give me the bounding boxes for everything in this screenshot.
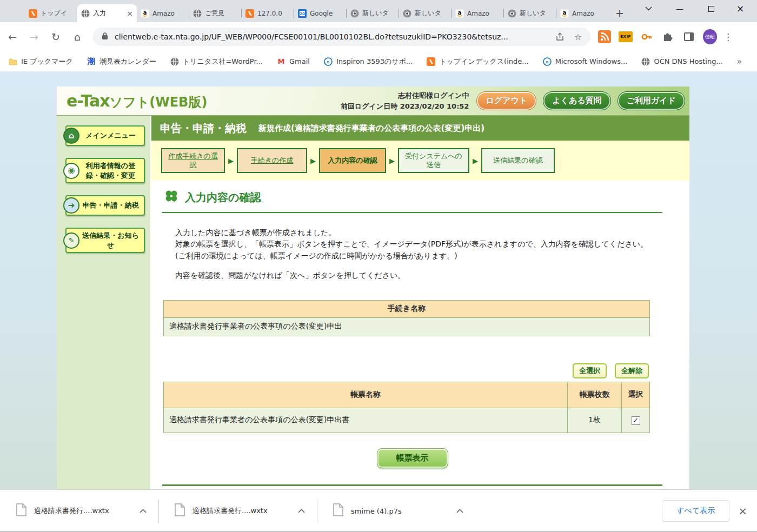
form-name-cell: 適格請求書発行事業者の公表事項の公表(変更)申出書 xyxy=(164,408,568,433)
download-filename: 適格請求書発行....wxtx xyxy=(34,506,109,516)
browser-tab[interactable]: 20 Google xyxy=(294,4,347,22)
home-icon: ⌂ xyxy=(63,128,79,144)
bookmark-star-icon[interactable]: ☆ xyxy=(572,32,584,42)
bookmark-item[interactable]: トリニタス社=WordPr... xyxy=(170,57,263,66)
file-icon xyxy=(333,503,343,518)
show-form-button[interactable]: 帳票表示 xyxy=(377,448,448,468)
chevron-up-icon[interactable] xyxy=(456,509,463,513)
file-icon xyxy=(16,503,26,518)
select-all-button[interactable]: 全選択 xyxy=(573,363,607,378)
etax-main: 申告・申請・納税 新規作成(適格請求書発行事業者の公表事項の公表(変更)申出) … xyxy=(150,116,689,489)
chevron-up-icon[interactable] xyxy=(140,509,147,513)
url-text[interactable]: clientweb.e-tax.nta.go.jp/UF_WEB/WP000/F… xyxy=(115,32,547,41)
browser-tab[interactable]: 新しいタ xyxy=(347,4,399,22)
sidebar-item-user-info[interactable]: ◉ 利用者情報の登録・確認・変更 xyxy=(65,158,145,183)
instructions-text: 入力した内容に基づき帳票が作成されました。 対象の帳票を選択し、「帳票表示」ボタ… xyxy=(175,227,662,262)
procedure-table-header: 手続き名称 xyxy=(164,300,650,317)
gmail-icon: M xyxy=(277,57,285,66)
amazon-icon: a xyxy=(455,9,464,18)
etax-logo: e-Taxソフト(WEB版) xyxy=(67,91,207,111)
chrome-icon xyxy=(403,9,411,18)
sidebar-item-main-menu[interactable]: ⌂ メインメニュー xyxy=(65,125,145,146)
page-heading: 入力内容の確認 xyxy=(162,189,662,213)
bookmark-item[interactable]: IE ブックマーク xyxy=(9,57,73,66)
bookmarks-bar: IE ブックマーク 潮 潮見表カレンダー トリニタス社=WordPr... M … xyxy=(0,51,757,72)
step-select-procedure[interactable]: 作成手続きの選択 xyxy=(161,148,225,173)
globe-icon xyxy=(193,9,202,18)
close-download-bar-icon[interactable]: × xyxy=(738,504,747,517)
progress-steps: 作成手続きの選択 ▶ 手続きの作成 ▶ 入力内容の確認 ▶ 受付システムへの送信… xyxy=(151,141,689,181)
bookmark-item[interactable]: D Inspiron 3593のサポ... xyxy=(324,57,413,66)
globe-icon xyxy=(81,9,90,18)
form-table: 帳票名称 帳票枚数 選択 適格請求書発行事業者の公表事項の公表(変更)申出書 1… xyxy=(163,382,650,433)
browser-tab[interactable]: ご意見 xyxy=(189,4,242,22)
rss-icon[interactable] xyxy=(597,30,612,44)
browser-tab[interactable]: a Amazo xyxy=(451,4,504,22)
extensions-puzzle-icon[interactable] xyxy=(661,30,675,44)
folder-icon xyxy=(9,57,17,66)
bookmark-item[interactable]: トップインデックス(inde... xyxy=(427,57,528,66)
step-check-result: 送信結果の確認 xyxy=(481,148,555,173)
address-bar[interactable]: clientweb.e-tax.nta.go.jp/UF_WEB/WP000/F… xyxy=(93,28,590,46)
download-filename: 適格請求書発行....wxtx xyxy=(192,506,268,516)
window-chevron-icon[interactable] xyxy=(636,0,661,17)
bookmarks-overflow-icon[interactable]: » xyxy=(737,57,742,66)
download-item[interactable]: 適格請求書発行....wxtx xyxy=(158,490,317,532)
exif-extension-icon[interactable]: EXIF xyxy=(619,30,633,44)
reload-icon[interactable]: ↻ xyxy=(47,28,65,46)
bookmark-item[interactable]: D Microsoft Windows... xyxy=(543,57,628,66)
bookmark-item[interactable]: OCN DNS Hosting... xyxy=(641,57,722,66)
results-icon: ✎ xyxy=(63,232,79,249)
tab-close-icon[interactable]: × xyxy=(127,9,133,18)
browser-tab-active[interactable]: 入力 × xyxy=(77,4,137,22)
page-viewport: e-Taxソフト(WEB版) 志村佳昭様ログイン中 前回ログイン日時 2023/… xyxy=(0,72,757,489)
sidebar-item-filing[interactable]: ➜ 申告・申請・納税 xyxy=(65,195,145,216)
page-title: 入力内容の確認 xyxy=(185,190,261,205)
chevron-up-icon[interactable] xyxy=(298,509,305,513)
user-info-icon: ◉ xyxy=(63,163,79,179)
guide-button[interactable]: ご利用ガイド xyxy=(617,91,685,110)
profile-avatar[interactable]: 佳昭 xyxy=(703,30,717,44)
browser-tab[interactable]: a Amazo xyxy=(137,4,189,22)
dell-icon: D xyxy=(324,57,333,66)
clear-all-button[interactable]: 全解除 xyxy=(615,363,649,378)
home-icon[interactable]: ⌂ xyxy=(68,28,87,46)
etax-app: e-Taxソフト(WEB版) 志村佳昭様ログイン中 前回ログイン日時 2023/… xyxy=(57,87,689,489)
step-create-procedure[interactable]: 手続きの作成 xyxy=(237,148,307,173)
browser-tab[interactable]: 127.0.0 xyxy=(242,4,294,22)
sidebar-item-results[interactable]: ✎ 送信結果・お知らせ xyxy=(65,228,145,253)
back-icon[interactable]: ← xyxy=(3,28,22,46)
show-all-downloads-button[interactable]: すべて表示 xyxy=(662,500,729,522)
etax-header: e-Taxソフト(WEB版) 志村佳昭様ログイン中 前回ログイン日時 2023/… xyxy=(57,87,689,116)
step-confirm-input: 入力内容の確認 xyxy=(319,148,386,173)
window-minimize-button[interactable]: — xyxy=(667,0,692,17)
faq-button[interactable]: よくある質問 xyxy=(543,91,610,110)
download-item[interactable]: smime (4).p7s xyxy=(317,490,475,532)
side-panel-icon[interactable] xyxy=(682,30,696,44)
forward-icon[interactable]: → xyxy=(25,28,43,46)
tide-calendar-icon: 潮 xyxy=(87,57,96,66)
browser-menu-icon[interactable]: ⋮ xyxy=(723,31,733,42)
chrome-icon xyxy=(350,9,359,18)
browser-tab[interactable]: a Amazo xyxy=(556,4,609,22)
window-close-button[interactable]: × xyxy=(728,0,753,17)
lock-icon xyxy=(102,32,109,42)
table-row: 適格請求書発行事業者の公表事項の公表(変更)申出書 1枚 ✓ xyxy=(164,408,650,433)
key-icon[interactable] xyxy=(640,30,654,44)
section-title: 申告・申請・納税 xyxy=(160,121,247,136)
browser-tab[interactable]: トップイ xyxy=(25,4,77,22)
content-area: 入力内容の確認 入力した内容に基づき帳票が作成されました。 対象の帳票を選択し、… xyxy=(151,181,689,489)
share-icon[interactable] xyxy=(554,32,566,42)
bookmark-item[interactable]: M Gmail xyxy=(277,57,310,66)
download-item[interactable]: 適格請求書発行....wxtx xyxy=(0,490,158,532)
download-filename: smime (4).p7s xyxy=(351,507,402,515)
browser-tab[interactable]: 新しいタ xyxy=(399,4,451,22)
bookmark-item[interactable]: 潮 潮見表カレンダー xyxy=(87,57,156,66)
browser-tab[interactable]: 新しいタ xyxy=(504,4,556,22)
form-select-checkbox[interactable]: ✓ xyxy=(632,416,640,425)
svg-text:D: D xyxy=(546,60,548,63)
logout-button[interactable]: ログアウト xyxy=(476,91,536,110)
new-tab-button[interactable]: + xyxy=(612,5,627,21)
window-maximize-button[interactable] xyxy=(699,0,723,17)
amazon-icon: a xyxy=(141,9,149,18)
